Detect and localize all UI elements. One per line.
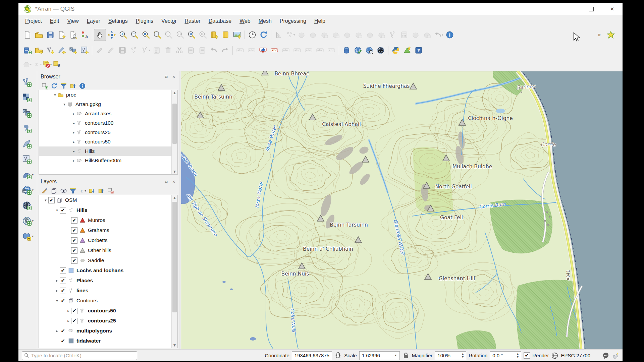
layer-item-contours[interactable]: ▾✔Contours (39, 296, 177, 306)
browser-item-contours50[interactable]: ▸contours50 (39, 137, 177, 146)
visibility-checkbox[interactable]: ✔ (71, 227, 77, 234)
search-layers-button[interactable] (364, 45, 375, 56)
magnifier-input[interactable]: 100%▲▼ (435, 351, 466, 360)
manage-map-themes-button[interactable] (59, 187, 67, 195)
show-layout-manager-button[interactable] (67, 29, 79, 41)
mouse-extents-toggle-icon[interactable] (334, 352, 342, 359)
open-data-source-manager-button[interactable] (22, 45, 33, 56)
menu-database[interactable]: Database (205, 16, 236, 26)
pan-to-selection-button[interactable] (106, 29, 117, 41)
new-print-layout-button[interactable] (56, 29, 67, 41)
expander-icon[interactable]: ▸ (71, 112, 76, 116)
crs-globe-icon[interactable] (551, 352, 558, 359)
zoom-native-button[interactable]: 1:1 (174, 29, 186, 41)
locator-input[interactable]: Type to locate (Ctrl+K) (22, 351, 137, 360)
filter-legend-button[interactable] (69, 187, 77, 195)
expander-icon[interactable]: ▾ (54, 299, 60, 303)
visibility-checkbox[interactable]: ✔ (71, 318, 77, 324)
layer-item-grahams[interactable]: ✔Grahams (39, 225, 177, 235)
visibility-checkbox[interactable]: ✔ (60, 267, 66, 274)
expander-icon[interactable]: ▸ (71, 159, 76, 163)
enable-properties-widget-button[interactable] (78, 82, 86, 90)
add-vector-layer-button[interactable] (20, 74, 35, 90)
visibility-checkbox[interactable]: ✔ (48, 197, 55, 203)
rotation-input[interactable]: 0.0 °▲▼ (490, 351, 521, 360)
add-group-button[interactable] (50, 187, 58, 195)
vertex-markers-button[interactable]: ▾ (284, 29, 296, 41)
processing-toolbox-button[interactable] (401, 45, 413, 56)
coordinate-value[interactable]: 193469,637875 (292, 351, 332, 360)
zoom-full-button[interactable] (140, 29, 152, 41)
menu-raster[interactable]: Raster (180, 16, 204, 26)
layer-item-multipolygons[interactable]: ▸✔multipolygons (39, 326, 177, 336)
zoom-last-button[interactable] (186, 29, 197, 41)
paste-features-button[interactable] (197, 45, 208, 56)
help-contents-button[interactable]: ? (413, 45, 424, 56)
filter-browser-button[interactable] (59, 82, 67, 90)
layer-item-lochs-and-lochans[interactable]: ✔Lochs and lochans (39, 265, 177, 276)
menu-edit[interactable]: Edit (46, 16, 63, 26)
pin-unpin-labels-button[interactable]: abc (280, 45, 291, 56)
expander-icon[interactable]: ▾ (43, 198, 48, 202)
expander-icon[interactable]: ▸ (54, 279, 60, 283)
expander-icon[interactable]: ▸ (66, 309, 71, 313)
favorites-star-button[interactable] (605, 29, 616, 41)
field-calculator-button[interactable] (398, 29, 410, 41)
expander-icon[interactable]: ▸ (71, 121, 76, 125)
browser-item-arranlakes[interactable]: ▸ArranLakes (39, 109, 177, 118)
browser-item-hills[interactable]: ▸Hills (39, 146, 177, 156)
save-project-button[interactable] (45, 29, 56, 41)
visibility-checkbox[interactable]: ✔ (60, 338, 66, 344)
lock-scale-icon[interactable] (402, 352, 410, 359)
change-label-properties-button[interactable]: abc (326, 45, 337, 56)
select-rectangle-button[interactable] (296, 29, 307, 41)
browser-scrollbar[interactable]: ▲▼ (171, 90, 177, 174)
move-label-button[interactable]: abc (303, 45, 314, 56)
visibility-checkbox[interactable]: ✔ (60, 207, 66, 214)
filter-by-expression-button[interactable]: ε▾ (78, 187, 86, 195)
identify-features-button[interactable] (444, 29, 455, 41)
scale-combobox[interactable]: 1:62996▼ (359, 351, 400, 360)
hide-deselected-layers-button[interactable]: ▾ (42, 59, 52, 69)
select-freehand-button[interactable] (307, 29, 319, 41)
messages-bubble-icon[interactable] (602, 352, 609, 359)
menu-plugins[interactable]: Plugins (132, 16, 157, 26)
remove-layer-button[interactable] (106, 187, 114, 195)
expander-icon[interactable]: ▸ (66, 319, 71, 323)
layer-item-corbetts[interactable]: ✔Corbetts (39, 235, 177, 245)
browser-item-hillsbuffer500m[interactable]: ▸HillsBuffer500m (39, 156, 177, 165)
style-manager-button[interactable]: a (79, 29, 90, 41)
select-by-value-button[interactable] (319, 29, 330, 41)
expander-icon[interactable]: ▸ (71, 149, 76, 154)
layer-item-tidalwater[interactable]: ✔tidalwater (39, 336, 177, 346)
menu-view[interactable]: View (63, 16, 83, 26)
visibility-checkbox[interactable]: ✔ (71, 217, 77, 224)
visibility-checkbox[interactable]: ✔ (71, 257, 77, 264)
statistics-dropdown-button[interactable]: ▾ (22, 59, 32, 69)
layers-scrollbar[interactable]: ▲▼ (171, 195, 177, 348)
invert-selection-button[interactable] (376, 29, 387, 41)
pan-map-button[interactable] (94, 29, 106, 41)
visibility-checkbox[interactable]: ✔ (60, 278, 66, 284)
layer-diagram-options-button[interactable]: abc (269, 45, 280, 56)
visibility-checkbox[interactable]: ✔ (71, 237, 77, 244)
menu-mesh[interactable]: Mesh (255, 16, 276, 26)
layer-item-contours25[interactable]: ▸✔contours25 (39, 316, 177, 326)
select-by-expression-button[interactable] (330, 29, 341, 41)
deselect-features-button[interactable] (341, 29, 353, 41)
spatial-bookmark-pin-button[interactable] (52, 59, 62, 69)
vertex-tool-button[interactable]: ▾ (140, 45, 151, 56)
expander-icon[interactable]: ▸ (54, 329, 60, 333)
menu-layer[interactable]: Layer (83, 16, 104, 26)
measure-area-button[interactable] (273, 29, 284, 41)
cut-features-button[interactable] (174, 45, 185, 56)
layer-item-saddle[interactable]: ✔Saddle (39, 255, 177, 265)
new-spatialite-layer-button[interactable] (56, 45, 67, 56)
visibility-checkbox[interactable]: ✔ (60, 328, 66, 334)
add-wfs-layer-button[interactable]: ▾ (20, 213, 35, 229)
statistical-summary-button[interactable] (410, 29, 421, 41)
new-shapefile-layer-button[interactable] (45, 45, 56, 56)
delete-selected-button[interactable] (162, 45, 174, 56)
add-wcs-layer-button[interactable] (20, 198, 35, 213)
osm-place-search-button[interactable] (375, 45, 386, 56)
